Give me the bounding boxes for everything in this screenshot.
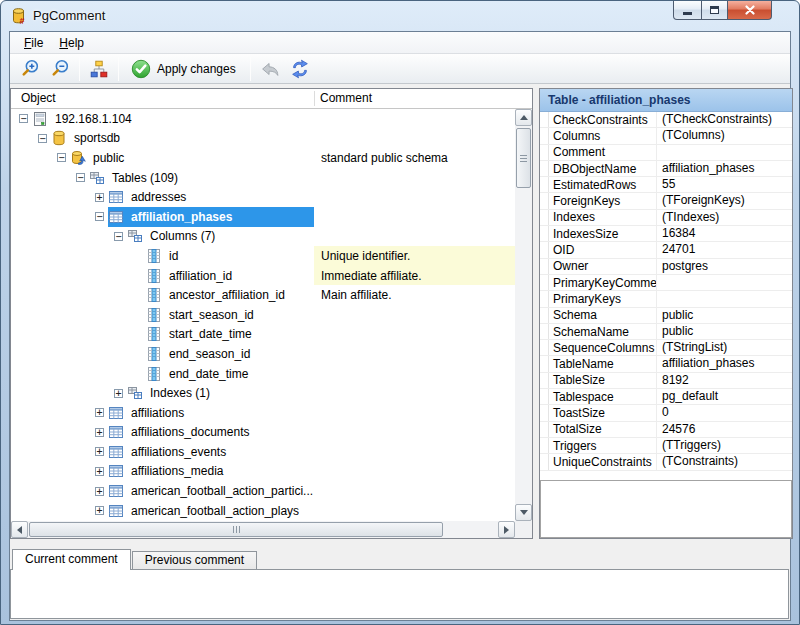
- tree-structure-button[interactable]: [84, 56, 114, 82]
- tab-previous-comment[interactable]: Previous comment: [132, 551, 257, 570]
- inspector-row[interactable]: Schema public: [540, 308, 792, 324]
- tree-row-band[interactable]: american_football_action_partici...: [108, 481, 317, 501]
- undo-button[interactable]: [255, 56, 285, 82]
- inspector-row[interactable]: Columns (TColumns): [540, 128, 792, 144]
- inspector-row[interactable]: Comment: [540, 145, 792, 161]
- inspector-row[interactable]: ToastSize 0: [540, 405, 792, 421]
- property-value[interactable]: (TStringList): [656, 340, 792, 355]
- expand-toggle[interactable]: −: [57, 153, 66, 162]
- tree-row[interactable]: + affiliations_events: [11, 442, 515, 462]
- tree-row[interactable]: + american_football_action_plays: [11, 501, 515, 521]
- tree-row-band[interactable]: sportsdb: [51, 129, 124, 149]
- tree-row-band[interactable]: affiliations: [108, 403, 188, 423]
- tree-row[interactable]: start_date_time: [11, 325, 515, 345]
- property-value[interactable]: 24576: [656, 422, 792, 437]
- inspector-row[interactable]: PrimaryKeyComment: [540, 275, 792, 291]
- property-value[interactable]: (TForeignKeys): [656, 193, 792, 208]
- tree-row[interactable]: − Tables (109): [11, 168, 515, 188]
- expand-toggle[interactable]: −: [95, 212, 104, 221]
- tree-row[interactable]: − 192.168.1.104: [11, 109, 515, 129]
- property-value[interactable]: [656, 145, 792, 160]
- tree-row[interactable]: − affiliation_phases: [11, 207, 515, 227]
- minimize-button[interactable]: [673, 1, 702, 20]
- refresh-button[interactable]: [285, 56, 315, 82]
- expand-toggle[interactable]: −: [38, 134, 47, 143]
- inspector-row[interactable]: TableSize 8192: [540, 373, 792, 389]
- inspector-row[interactable]: SchemaName public: [540, 324, 792, 340]
- inspector-row[interactable]: Triggers (TTriggers): [540, 438, 792, 454]
- property-value[interactable]: [656, 291, 792, 306]
- inspector-row[interactable]: SequenceColumns (TStringList): [540, 340, 792, 356]
- inspector-row[interactable]: Indexes (TIndexes): [540, 210, 792, 226]
- expand-toggle[interactable]: +: [95, 467, 104, 476]
- maximize-button[interactable]: [701, 1, 728, 20]
- inspector-row[interactable]: Owner postgres: [540, 259, 792, 275]
- tree-row-band[interactable]: addresses: [108, 187, 190, 207]
- tree-row-band[interactable]: affiliations_documents: [108, 423, 254, 443]
- inspector-row[interactable]: EstimatedRows 55: [540, 177, 792, 193]
- tree-row[interactable]: − public standard public schema: [11, 148, 515, 168]
- inspector-row[interactable]: ForeignKeys (TForeignKeys): [540, 193, 792, 209]
- menu-file[interactable]: File: [16, 34, 51, 52]
- tree-row[interactable]: + Indexes (1): [11, 383, 515, 403]
- tree-row[interactable]: − sportsdb: [11, 129, 515, 149]
- tree-row[interactable]: + american_football_action_partici...: [11, 481, 515, 501]
- property-value[interactable]: pg_default: [656, 389, 792, 404]
- tree-row-band[interactable]: start_date_time: [146, 325, 256, 345]
- tab-current-comment[interactable]: Current comment: [12, 549, 131, 570]
- close-button[interactable]: [727, 1, 772, 20]
- property-value[interactable]: 55: [656, 177, 792, 192]
- tree-row-band[interactable]: end_season_id: [146, 344, 254, 364]
- horizontal-scroll-thumb[interactable]: [29, 522, 443, 537]
- property-value[interactable]: (TCheckConstraints): [656, 112, 792, 127]
- apply-changes-button[interactable]: Apply changes: [123, 56, 246, 82]
- inspector-row[interactable]: Tablespace pg_default: [540, 389, 792, 405]
- expand-toggle[interactable]: +: [95, 487, 104, 496]
- tree-row[interactable]: ancestor_affiliation_id Main affiliate.: [11, 285, 515, 305]
- tree-row-band[interactable]: affiliation_id: [146, 266, 236, 286]
- tree-row-band[interactable]: 192.168.1.104: [32, 109, 136, 129]
- tree-row[interactable]: + affiliations_media: [11, 462, 515, 482]
- property-value[interactable]: postgres: [656, 259, 792, 274]
- scroll-left-button[interactable]: [11, 521, 28, 538]
- property-value[interactable]: public: [656, 308, 792, 323]
- expand-toggle[interactable]: +: [95, 428, 104, 437]
- expand-toggle[interactable]: +: [95, 408, 104, 417]
- property-value[interactable]: affiliation_phases: [656, 356, 792, 371]
- tree-row-band[interactable]: end_date_time: [146, 364, 252, 384]
- column-header-comment[interactable]: Comment: [320, 89, 372, 108]
- property-value[interactable]: (TIndexes): [656, 210, 792, 225]
- tree-row[interactable]: id Unique identifier.: [11, 246, 515, 266]
- inspector-row[interactable]: PrimaryKeys: [540, 291, 792, 307]
- menu-help[interactable]: Help: [51, 34, 92, 52]
- expand-toggle[interactable]: −: [19, 114, 28, 123]
- tree-row[interactable]: + addresses: [11, 187, 515, 207]
- column-header-object[interactable]: Object: [21, 89, 56, 108]
- expand-toggle[interactable]: −: [114, 232, 123, 241]
- property-value[interactable]: 24701: [656, 242, 792, 257]
- inspector-row[interactable]: UniqueConstraints (TConstraints): [540, 454, 792, 470]
- inspector-row[interactable]: TableName affiliation_phases: [540, 356, 792, 372]
- horizontal-scrollbar[interactable]: [11, 521, 515, 538]
- expand-toggle[interactable]: +: [95, 193, 104, 202]
- property-value[interactable]: (TTriggers): [656, 438, 792, 453]
- tree-row-band[interactable]: ancestor_affiliation_id: [146, 285, 289, 305]
- property-value[interactable]: [656, 275, 792, 290]
- inspector-row[interactable]: CheckConstraints (TCheckConstraints): [540, 112, 792, 128]
- property-value[interactable]: 16384: [656, 226, 792, 241]
- tree-row-band[interactable]: Tables (109): [89, 168, 182, 188]
- expand-toggle[interactable]: +: [95, 447, 104, 456]
- expand-toggle[interactable]: −: [76, 173, 85, 182]
- tree-row-band[interactable]: start_season_id: [146, 305, 258, 325]
- property-value[interactable]: affiliation_phases: [656, 161, 792, 176]
- tree-row-band[interactable]: affiliation_phases: [108, 207, 314, 227]
- property-value[interactable]: (TConstraints): [656, 454, 792, 469]
- scroll-right-button[interactable]: [498, 521, 515, 538]
- tree-row[interactable]: end_date_time: [11, 364, 515, 384]
- expand-tree-button[interactable]: [15, 56, 45, 82]
- tree-row[interactable]: − Columns (7): [11, 227, 515, 247]
- tree-row-band[interactable]: Columns (7): [127, 227, 219, 247]
- tree-row[interactable]: + affiliations_documents: [11, 423, 515, 443]
- tree-row-band[interactable]: Indexes (1): [127, 383, 214, 403]
- tree-row[interactable]: affiliation_id Immediate affiliate.: [11, 266, 515, 286]
